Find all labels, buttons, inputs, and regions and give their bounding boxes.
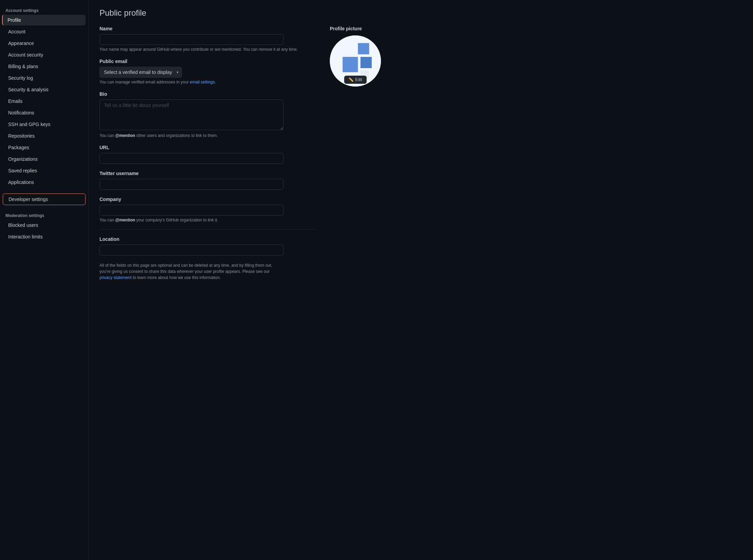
sidebar-item-blocked-users[interactable]: Blocked users <box>3 220 86 231</box>
svg-rect-3 <box>360 57 372 68</box>
sidebar-item-billing[interactable]: Billing & plans <box>3 61 86 72</box>
public-email-label: Public email <box>99 59 316 64</box>
bio-hint-pre: You can <box>99 133 115 138</box>
svg-rect-1 <box>358 43 369 55</box>
sidebar-item-packages[interactable]: Packages <box>3 142 86 153</box>
sidebar-item-notifications[interactable]: Notifications <box>3 107 86 118</box>
name-input[interactable] <box>99 34 283 45</box>
email-settings-link[interactable]: email settings <box>190 80 215 84</box>
company-hint: You can @mention your company's GitHub o… <box>99 218 316 222</box>
sidebar-item-repositories[interactable]: Repositories <box>3 130 86 141</box>
name-group: Name Your name may appear around GitHub … <box>99 26 316 52</box>
sidebar-item-organizations[interactable]: Organizations <box>3 154 86 165</box>
sidebar: Account settings Profile Account Appeara… <box>0 0 89 560</box>
footer-hint: All of the fields on this page are optio… <box>99 262 283 281</box>
email-hint-pre: You can manage verified email addresses … <box>99 80 190 84</box>
twitter-label: Twitter username <box>99 171 316 176</box>
sidebar-item-security-analysis[interactable]: Security & analysis <box>3 84 86 95</box>
footer-hint-post: to learn more about how we use this info… <box>132 275 221 280</box>
sidebar-item-security-log[interactable]: Security log <box>3 73 86 83</box>
form-section: Name Your name may appear around GitHub … <box>99 26 316 281</box>
profile-picture-column: Profile picture <box>330 26 384 281</box>
edit-avatar-button[interactable]: ✏️ Edit <box>344 76 367 84</box>
bio-hint: You can @mention other users and organiz… <box>99 133 316 138</box>
twitter-group: Twitter username <box>99 171 316 190</box>
company-group: Company You can @mention your company's … <box>99 197 316 222</box>
bio-hint-post: other users and organizations to link to… <box>135 133 218 138</box>
edit-button-label: Edit <box>355 77 362 82</box>
bio-input[interactable] <box>99 99 283 130</box>
url-input[interactable] <box>99 153 283 164</box>
sidebar-item-account[interactable]: Account <box>3 26 86 37</box>
sidebar-item-profile[interactable]: Profile <box>2 15 86 26</box>
company-hint-pre: You can <box>99 218 115 222</box>
location-group: Location <box>99 236 316 255</box>
sidebar-item-emails[interactable]: Emails <box>3 96 86 107</box>
sidebar-item-applications[interactable]: Applications <box>3 177 86 188</box>
content-wrapper: Name Your name may appear around GitHub … <box>99 26 384 281</box>
company-hint-post: your company's GitHub organization to li… <box>135 218 218 222</box>
pencil-icon: ✏️ <box>349 77 354 82</box>
sidebar-item-saved-replies[interactable]: Saved replies <box>3 165 86 176</box>
moderation-settings-header: Moderation settings <box>0 211 88 219</box>
account-settings-header: Account settings <box>0 5 88 14</box>
privacy-statement-link[interactable]: privacy statement <box>99 275 132 280</box>
footer-hint-pre: All of the fields on this page are optio… <box>99 263 272 274</box>
bio-group: Bio You can @mention other users and org… <box>99 91 316 138</box>
email-hint-post: . <box>215 80 216 84</box>
name-label: Name <box>99 26 316 31</box>
sidebar-item-ssh-gpg[interactable]: SSH and GPG keys <box>3 119 86 130</box>
location-input[interactable] <box>99 245 283 255</box>
svg-rect-2 <box>343 57 358 72</box>
public-email-select[interactable]: Select a verified email to display <box>99 67 182 78</box>
sidebar-item-appearance[interactable]: Appearance <box>3 38 86 49</box>
avatar-container: ✏️ Edit <box>330 35 381 87</box>
url-group: URL <box>99 145 316 164</box>
profile-picture-label: Profile picture <box>330 26 384 31</box>
public-email-select-wrapper: Select a verified email to display ▼ <box>99 67 182 78</box>
page-title: Public profile <box>99 8 384 18</box>
company-hint-mention: @mention <box>115 218 135 222</box>
bio-hint-mention: @mention <box>115 133 135 138</box>
section-divider <box>99 229 316 230</box>
url-label: URL <box>99 145 316 150</box>
public-email-hint: You can manage verified email addresses … <box>99 80 316 84</box>
twitter-input[interactable] <box>99 179 283 190</box>
name-hint: Your name may appear around GitHub where… <box>99 47 316 52</box>
location-label: Location <box>99 236 316 242</box>
company-label: Company <box>99 197 316 202</box>
sidebar-item-account-security[interactable]: Account security <box>3 49 86 60</box>
developer-settings-item[interactable]: Developer settings <box>3 193 86 205</box>
bio-label: Bio <box>99 91 316 97</box>
sidebar-item-interaction-limits[interactable]: Interaction limits <box>3 231 86 242</box>
company-input[interactable] <box>99 205 283 216</box>
main-content: Public profile Name Your name may appear… <box>89 0 395 560</box>
public-email-group: Public email Select a verified email to … <box>99 59 316 84</box>
